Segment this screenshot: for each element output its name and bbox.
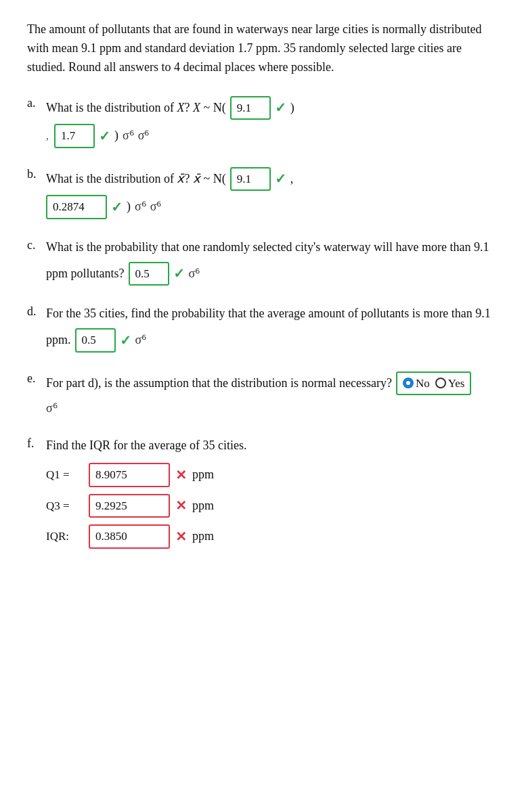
question-b-label: b. [27,167,41,181]
question-c-text: What is the probability that one randoml… [46,238,499,290]
question-d-check: ✓ [120,330,131,351]
question-b-check2: ✓ [111,197,123,217]
radio-yes[interactable]: Yes [435,375,465,392]
question-f-text: Find the IQR for the average of 35 citie… [46,436,499,556]
question-a-label: a. [27,96,41,110]
question-b-value2[interactable]: 0.2874 [46,195,107,219]
question-c-sigma[interactable]: σ⁶ [189,265,200,283]
question-e-text: For part d), is the assumption that the … [46,371,499,422]
question-b-sigma1[interactable]: σ⁶ [135,198,146,216]
question-c-text2: ppm pollutants? [46,265,125,283]
q1-x-mark: ✕ [175,465,187,485]
question-a-value1[interactable]: 9.1 [230,96,271,120]
question-a-sigma1[interactable]: σ⁶ [123,127,134,145]
radio-yes-circle [435,378,446,388]
question-e-sigma[interactable]: σ⁶ [46,399,58,418]
q1-unit: ppm [192,466,214,484]
question-f-text1: Find the IQR for the average of 35 citie… [46,438,246,452]
question-d: d. For the 35 cities, find the probabili… [27,304,499,357]
iqr-label: IQR: [46,528,83,545]
question-c-value[interactable]: 0.5 [129,262,169,286]
question-f: f. Find the IQR for the average of 35 ci… [27,436,499,556]
radio-yes-label: Yes [448,375,465,392]
question-d-text1: For the 35 cities, find the probability … [46,307,491,320]
question-d-text: For the 35 cities, find the probability … [46,304,499,357]
iqr-value[interactable]: 0.3850 [89,524,170,549]
question-d-value[interactable]: 0.5 [75,328,116,353]
question-e-radio-group: No Yes [396,371,472,396]
question-b-value1[interactable]: 9.1 [230,167,271,191]
question-a-line1: What is the distribution of X? X ~ N( [46,99,226,117]
question-d-label: d. [27,304,41,319]
question-b-check1: ✓ [275,168,286,189]
question-b: b. What is the distribution of x̄? x̄ ~ … [27,167,499,223]
q3-x-mark: ✕ [175,495,187,516]
question-a-close: ) [290,99,294,117]
question-b-line1: What is the distribution of x̄? x̄ ~ N( [46,170,226,188]
question-d-text2: ppm. [46,331,71,349]
question-a-check2: ✓ [99,126,110,146]
question-a-value2[interactable]: 1.7 [54,124,95,148]
q3-value[interactable]: 9.2925 [89,494,170,518]
question-c: c. What is the probability that one rand… [27,238,499,290]
question-b-text: What is the distribution of x̄? x̄ ~ N( … [46,167,499,223]
radio-no-circle [403,378,414,388]
question-a-paren-close: ) [114,127,118,145]
question-e: e. For part d), is the assumption that t… [27,371,499,422]
question-d-sigma[interactable]: σ⁶ [135,331,147,349]
q3-unit: ppm [192,497,214,515]
question-a-sigma2[interactable]: σ⁶ [138,127,150,145]
question-a: a. What is the distribution of X? X ~ N(… [27,96,499,152]
question-a-comma: , [46,128,49,144]
question-c-check: ✓ [173,263,185,284]
intro-text: The amount of pollutants that are found … [27,20,499,77]
question-c-label: c. [27,238,41,252]
question-f-label: f. [27,436,41,451]
question-c-text1: What is the probability that one randoml… [46,240,489,254]
question-b-paren-close: ) [127,198,131,216]
question-e-label: e. [27,371,41,386]
radio-no-label: No [416,375,430,392]
question-e-text1: For part d), is the assumption that the … [46,374,392,392]
iqr-unit: ppm [192,527,214,545]
q1-label: Q1 = [46,466,83,484]
question-b-comma: , [290,170,294,188]
question-b-sigma2[interactable]: σ⁶ [150,198,162,216]
q1-value[interactable]: 8.9075 [89,463,170,487]
iqr-x-mark: ✕ [175,526,187,547]
q3-label: Q3 = [46,497,83,515]
question-a-check1: ✓ [275,97,286,118]
question-a-text: What is the distribution of X? X ~ N( 9.… [46,96,499,152]
radio-no[interactable]: No [403,375,430,392]
